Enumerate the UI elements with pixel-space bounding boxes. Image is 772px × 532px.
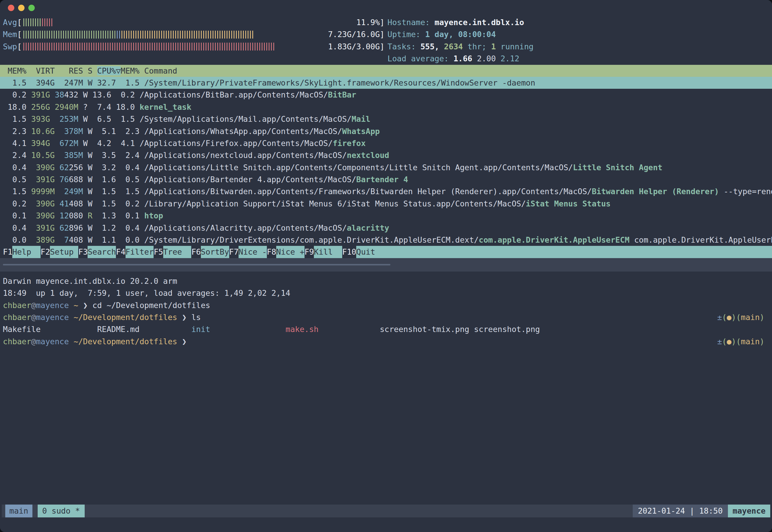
close-button[interactable] [8, 5, 14, 11]
fkey-action-nice-[interactable]: Nice + [276, 246, 305, 258]
fkey-action-search[interactable]: Search [88, 246, 116, 258]
meter-bar [131, 43, 132, 51]
meter-bar [35, 31, 36, 39]
meter-bar [100, 31, 101, 39]
minimize-button[interactable] [18, 5, 25, 11]
text-segment: 0.2 [3, 90, 31, 99]
tmux-window-tab[interactable]: 0 sudo * [38, 505, 85, 517]
meter-bar [259, 43, 260, 51]
text-segment [55, 211, 59, 220]
meter-bar [222, 31, 223, 39]
meter-bar [213, 31, 213, 39]
text-segment: 0.0 [3, 235, 36, 244]
text-segment: chbaer [3, 301, 31, 310]
text-segment: ] [380, 28, 385, 40]
fkey-action-tree[interactable]: Tree [163, 246, 192, 258]
process-row[interactable]: 2.3 10.6G 378M W 5.1 2.3 /Applications/W… [0, 125, 772, 137]
htop-column-header[interactable]: MEM% VIRT RES S CPU%▽MEM% Command [0, 65, 772, 77]
meter-bar [86, 43, 87, 51]
meter-bar [82, 43, 83, 51]
process-row[interactable]: 1.5 394G 247M W 32.7 1.5 /System/Library… [0, 77, 772, 89]
tmux-session-name[interactable]: main [5, 505, 32, 517]
process-row[interactable]: 1.5 393G 253M W 6.5 1.5 /System/Applicat… [0, 113, 772, 125]
meter-bar [273, 43, 274, 51]
meter-bar [86, 31, 87, 39]
text-segment: 393G [31, 114, 50, 124]
fkey-action-filter[interactable]: Filter [126, 246, 154, 258]
text-segment [83, 211, 88, 220]
fkey-action-setup[interactable]: Setup [50, 246, 78, 258]
meter-bar [93, 31, 94, 39]
text-segment: running [496, 42, 533, 51]
text-segment: 2.12 [500, 54, 519, 63]
zoom-button[interactable] [28, 5, 35, 11]
text-segment: ● [727, 337, 731, 346]
fkey-label: F6 [191, 246, 201, 258]
pane-separator[interactable] [0, 258, 772, 272]
text-segment: W 1.6 0.5 [83, 175, 144, 184]
text-segment: 1.3 0.1 [93, 211, 144, 220]
process-row[interactable]: 4.1 394G 672M W 4.2 4.1 /Applications/Fi… [0, 137, 772, 149]
meter-bar [250, 31, 251, 39]
fkey-action-sortby[interactable]: SortBy [201, 246, 229, 258]
text-segment: ❯ [177, 313, 187, 322]
text-segment: 249M [64, 187, 83, 196]
meter-bar [241, 31, 241, 39]
process-row[interactable]: 0.4 391G 62896 W 1.2 0.4 /Applications/A… [0, 222, 772, 234]
text-segment: ( [722, 313, 727, 322]
text-segment: /System/Applications/Mail.app/Contents/M… [140, 114, 352, 124]
text-segment: mayence [36, 301, 69, 310]
meter-bar [47, 18, 48, 26]
meter-bar [110, 43, 111, 51]
fkey-action-kill[interactable]: Kill [314, 246, 342, 258]
text-segment [50, 102, 55, 112]
text-segment: Swp [3, 41, 17, 53]
meter-bar [51, 43, 52, 51]
process-row[interactable]: 0.1 390G 12080 R 1.3 0.1 htop [0, 210, 772, 222]
text-segment: 2.4 [3, 151, 31, 160]
meter-bar [28, 31, 29, 39]
fkey-action-nice-[interactable]: Nice - [239, 246, 267, 258]
text-segment [50, 139, 59, 148]
text-segment: 1.5 [3, 114, 31, 124]
meter-bar [131, 31, 132, 39]
meter-bar [124, 31, 125, 39]
meter-bar [192, 43, 192, 51]
meter-bar [248, 31, 248, 39]
process-row[interactable]: 2.4 10.5G 385M W 3.5 2.4 /Applications/n… [0, 149, 772, 161]
meter-bar [49, 43, 50, 51]
text-segment: MEM% VIRT RES S [3, 66, 97, 75]
meter-bars [22, 41, 328, 53]
text-segment: W 1.1 0.0 [83, 235, 144, 244]
meter-bar [135, 43, 136, 51]
fkey-action-quit[interactable]: Quit [356, 246, 375, 258]
meter-bar [234, 43, 234, 51]
htop-function-bar: F1Help F2Setup F3SearchF4FilterF5Tree F6… [0, 246, 772, 258]
process-row[interactable]: 0.2 390G 41408 W 1.5 0.2 /Library/Applic… [0, 198, 772, 210]
meter-bar [142, 31, 143, 39]
process-row[interactable]: 18.0 256G 2940M ? 7.4 18.0 kernel_task [0, 101, 772, 113]
process-row[interactable]: 0.0 389G 7408 W 1.1 0.0 /System/Library/… [0, 234, 772, 246]
process-row[interactable]: 0.5 391G 76688 W 1.6 0.5 /Applications/B… [0, 173, 772, 185]
text-segment: R [88, 211, 92, 220]
text-segment [55, 235, 64, 244]
meter-bar [42, 43, 43, 51]
meter-bar [215, 43, 216, 51]
meter-bar [58, 43, 59, 51]
meter-bar [166, 31, 167, 39]
meter-bar [112, 43, 113, 51]
window-titlebar[interactable] [0, 0, 772, 16]
process-row[interactable]: 0.2 391G 38432 W 13.6 0.2 /Applications/… [0, 89, 772, 101]
meter-bar [75, 31, 76, 39]
text-segment: make.sh [286, 325, 319, 334]
avg-meter: Avg[11.9%] [3, 16, 385, 28]
meter-bar [54, 43, 55, 51]
text-segment: ] [380, 16, 385, 28]
process-row[interactable]: 1.5 9999M 249M W 1.5 1.5 /Applications/B… [0, 185, 772, 197]
fkey-action-help[interactable]: Help [12, 246, 41, 258]
meter-bar [138, 31, 139, 39]
meter-bar [114, 43, 115, 51]
meter-bar [65, 31, 66, 39]
process-row[interactable]: 0.4 390G 62256 W 3.2 0.4 /Applications/L… [0, 161, 772, 173]
meter-bar [33, 31, 34, 39]
